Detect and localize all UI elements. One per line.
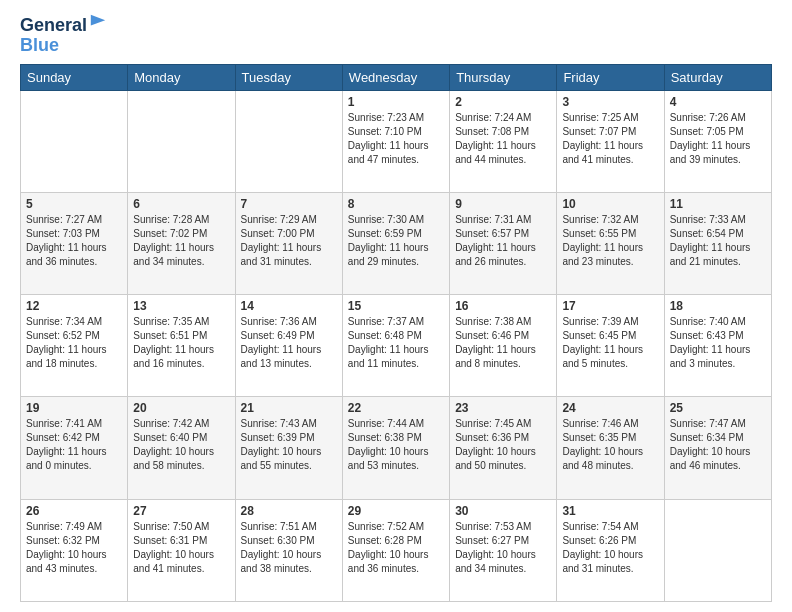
logo-blue: Blue xyxy=(20,36,59,56)
calendar-cell: 17Sunrise: 7:39 AM Sunset: 6:45 PM Dayli… xyxy=(557,295,664,397)
day-number: 8 xyxy=(348,197,444,211)
week-row-4: 26Sunrise: 7:49 AM Sunset: 6:32 PM Dayli… xyxy=(21,499,772,601)
day-info: Sunrise: 7:26 AM Sunset: 7:05 PM Dayligh… xyxy=(670,111,766,167)
calendar-cell: 3Sunrise: 7:25 AM Sunset: 7:07 PM Daylig… xyxy=(557,90,664,192)
day-info: Sunrise: 7:42 AM Sunset: 6:40 PM Dayligh… xyxy=(133,417,229,473)
day-number: 18 xyxy=(670,299,766,313)
calendar-cell: 19Sunrise: 7:41 AM Sunset: 6:42 PM Dayli… xyxy=(21,397,128,499)
day-info: Sunrise: 7:32 AM Sunset: 6:55 PM Dayligh… xyxy=(562,213,658,269)
day-info: Sunrise: 7:27 AM Sunset: 7:03 PM Dayligh… xyxy=(26,213,122,269)
calendar-cell: 18Sunrise: 7:40 AM Sunset: 6:43 PM Dayli… xyxy=(664,295,771,397)
day-number: 19 xyxy=(26,401,122,415)
weekday-sunday: Sunday xyxy=(21,64,128,90)
week-row-1: 5Sunrise: 7:27 AM Sunset: 7:03 PM Daylig… xyxy=(21,192,772,294)
weekday-friday: Friday xyxy=(557,64,664,90)
weekday-monday: Monday xyxy=(128,64,235,90)
weekday-thursday: Thursday xyxy=(450,64,557,90)
calendar-cell: 2Sunrise: 7:24 AM Sunset: 7:08 PM Daylig… xyxy=(450,90,557,192)
calendar-cell: 6Sunrise: 7:28 AM Sunset: 7:02 PM Daylig… xyxy=(128,192,235,294)
day-number: 25 xyxy=(670,401,766,415)
day-number: 22 xyxy=(348,401,444,415)
day-number: 5 xyxy=(26,197,122,211)
calendar-cell: 24Sunrise: 7:46 AM Sunset: 6:35 PM Dayli… xyxy=(557,397,664,499)
weekday-saturday: Saturday xyxy=(664,64,771,90)
day-info: Sunrise: 7:29 AM Sunset: 7:00 PM Dayligh… xyxy=(241,213,337,269)
day-info: Sunrise: 7:49 AM Sunset: 6:32 PM Dayligh… xyxy=(26,520,122,576)
calendar-cell xyxy=(128,90,235,192)
calendar-cell: 4Sunrise: 7:26 AM Sunset: 7:05 PM Daylig… xyxy=(664,90,771,192)
day-info: Sunrise: 7:47 AM Sunset: 6:34 PM Dayligh… xyxy=(670,417,766,473)
calendar-cell: 9Sunrise: 7:31 AM Sunset: 6:57 PM Daylig… xyxy=(450,192,557,294)
day-info: Sunrise: 7:53 AM Sunset: 6:27 PM Dayligh… xyxy=(455,520,551,576)
day-number: 14 xyxy=(241,299,337,313)
day-number: 27 xyxy=(133,504,229,518)
day-info: Sunrise: 7:35 AM Sunset: 6:51 PM Dayligh… xyxy=(133,315,229,371)
day-info: Sunrise: 7:44 AM Sunset: 6:38 PM Dayligh… xyxy=(348,417,444,473)
day-number: 20 xyxy=(133,401,229,415)
day-info: Sunrise: 7:23 AM Sunset: 7:10 PM Dayligh… xyxy=(348,111,444,167)
calendar-cell xyxy=(664,499,771,601)
day-number: 26 xyxy=(26,504,122,518)
logo-flag-icon xyxy=(89,13,107,31)
calendar-cell: 5Sunrise: 7:27 AM Sunset: 7:03 PM Daylig… xyxy=(21,192,128,294)
calendar-cell: 13Sunrise: 7:35 AM Sunset: 6:51 PM Dayli… xyxy=(128,295,235,397)
calendar-cell: 8Sunrise: 7:30 AM Sunset: 6:59 PM Daylig… xyxy=(342,192,449,294)
day-info: Sunrise: 7:34 AM Sunset: 6:52 PM Dayligh… xyxy=(26,315,122,371)
calendar-cell: 29Sunrise: 7:52 AM Sunset: 6:28 PM Dayli… xyxy=(342,499,449,601)
day-info: Sunrise: 7:24 AM Sunset: 7:08 PM Dayligh… xyxy=(455,111,551,167)
day-number: 3 xyxy=(562,95,658,109)
day-info: Sunrise: 7:40 AM Sunset: 6:43 PM Dayligh… xyxy=(670,315,766,371)
calendar-cell: 27Sunrise: 7:50 AM Sunset: 6:31 PM Dayli… xyxy=(128,499,235,601)
calendar-cell: 10Sunrise: 7:32 AM Sunset: 6:55 PM Dayli… xyxy=(557,192,664,294)
day-number: 10 xyxy=(562,197,658,211)
calendar-cell: 1Sunrise: 7:23 AM Sunset: 7:10 PM Daylig… xyxy=(342,90,449,192)
calendar-cell: 11Sunrise: 7:33 AM Sunset: 6:54 PM Dayli… xyxy=(664,192,771,294)
day-info: Sunrise: 7:33 AM Sunset: 6:54 PM Dayligh… xyxy=(670,213,766,269)
calendar-cell: 28Sunrise: 7:51 AM Sunset: 6:30 PM Dayli… xyxy=(235,499,342,601)
day-number: 21 xyxy=(241,401,337,415)
day-number: 12 xyxy=(26,299,122,313)
day-number: 16 xyxy=(455,299,551,313)
page: General Blue SundayMondayTuesdayWednesda… xyxy=(0,0,792,612)
day-number: 17 xyxy=(562,299,658,313)
day-number: 30 xyxy=(455,504,551,518)
weekday-wednesday: Wednesday xyxy=(342,64,449,90)
calendar-cell: 23Sunrise: 7:45 AM Sunset: 6:36 PM Dayli… xyxy=(450,397,557,499)
day-info: Sunrise: 7:30 AM Sunset: 6:59 PM Dayligh… xyxy=(348,213,444,269)
calendar-body: 1Sunrise: 7:23 AM Sunset: 7:10 PM Daylig… xyxy=(21,90,772,601)
calendar-cell: 22Sunrise: 7:44 AM Sunset: 6:38 PM Dayli… xyxy=(342,397,449,499)
svg-marker-0 xyxy=(91,15,105,26)
day-number: 6 xyxy=(133,197,229,211)
calendar-cell: 12Sunrise: 7:34 AM Sunset: 6:52 PM Dayli… xyxy=(21,295,128,397)
calendar-cell: 20Sunrise: 7:42 AM Sunset: 6:40 PM Dayli… xyxy=(128,397,235,499)
week-row-2: 12Sunrise: 7:34 AM Sunset: 6:52 PM Dayli… xyxy=(21,295,772,397)
calendar-cell: 14Sunrise: 7:36 AM Sunset: 6:49 PM Dayli… xyxy=(235,295,342,397)
day-number: 1 xyxy=(348,95,444,109)
day-info: Sunrise: 7:52 AM Sunset: 6:28 PM Dayligh… xyxy=(348,520,444,576)
day-number: 29 xyxy=(348,504,444,518)
day-number: 28 xyxy=(241,504,337,518)
calendar-cell: 21Sunrise: 7:43 AM Sunset: 6:39 PM Dayli… xyxy=(235,397,342,499)
day-number: 11 xyxy=(670,197,766,211)
calendar-cell: 30Sunrise: 7:53 AM Sunset: 6:27 PM Dayli… xyxy=(450,499,557,601)
day-number: 13 xyxy=(133,299,229,313)
day-info: Sunrise: 7:31 AM Sunset: 6:57 PM Dayligh… xyxy=(455,213,551,269)
week-row-3: 19Sunrise: 7:41 AM Sunset: 6:42 PM Dayli… xyxy=(21,397,772,499)
day-info: Sunrise: 7:45 AM Sunset: 6:36 PM Dayligh… xyxy=(455,417,551,473)
calendar-cell: 7Sunrise: 7:29 AM Sunset: 7:00 PM Daylig… xyxy=(235,192,342,294)
day-info: Sunrise: 7:36 AM Sunset: 6:49 PM Dayligh… xyxy=(241,315,337,371)
day-number: 4 xyxy=(670,95,766,109)
day-number: 15 xyxy=(348,299,444,313)
calendar-cell: 15Sunrise: 7:37 AM Sunset: 6:48 PM Dayli… xyxy=(342,295,449,397)
day-info: Sunrise: 7:28 AM Sunset: 7:02 PM Dayligh… xyxy=(133,213,229,269)
weekday-header-row: SundayMondayTuesdayWednesdayThursdayFrid… xyxy=(21,64,772,90)
day-info: Sunrise: 7:39 AM Sunset: 6:45 PM Dayligh… xyxy=(562,315,658,371)
logo: General Blue xyxy=(20,16,107,56)
day-info: Sunrise: 7:46 AM Sunset: 6:35 PM Dayligh… xyxy=(562,417,658,473)
week-row-0: 1Sunrise: 7:23 AM Sunset: 7:10 PM Daylig… xyxy=(21,90,772,192)
day-number: 9 xyxy=(455,197,551,211)
day-info: Sunrise: 7:51 AM Sunset: 6:30 PM Dayligh… xyxy=(241,520,337,576)
day-info: Sunrise: 7:38 AM Sunset: 6:46 PM Dayligh… xyxy=(455,315,551,371)
day-info: Sunrise: 7:54 AM Sunset: 6:26 PM Dayligh… xyxy=(562,520,658,576)
day-info: Sunrise: 7:37 AM Sunset: 6:48 PM Dayligh… xyxy=(348,315,444,371)
